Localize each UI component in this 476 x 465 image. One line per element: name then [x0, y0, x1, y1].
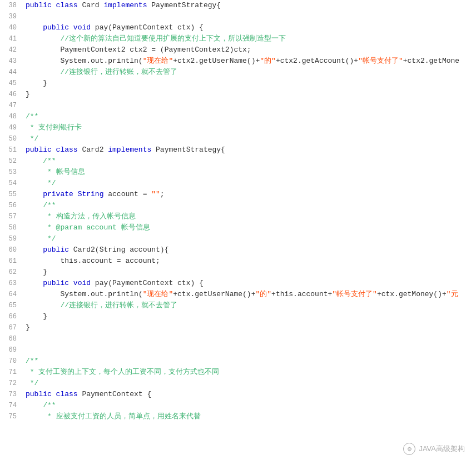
- line-number: 55: [0, 189, 23, 200]
- line-number: 47: [0, 100, 23, 111]
- line-number: 39: [0, 11, 23, 22]
- line-content: public Card2(String account){: [23, 244, 476, 256]
- line-content: /**: [23, 156, 476, 167]
- line-content: public void pay(PaymentContext ctx) {: [23, 22, 476, 33]
- token: "": [151, 190, 160, 198]
- line-content: public void pay(PaymentContext ctx) {: [23, 278, 476, 289]
- token: public: [26, 23, 73, 32]
- line-content: /**: [23, 111, 476, 122]
- line-number: 51: [0, 144, 23, 156]
- token: +ctx2.getUserName()+: [173, 57, 260, 65]
- line-row: 68: [0, 333, 476, 344]
- token: void: [73, 23, 95, 32]
- token: pay(PaymentContext ctx) {: [95, 23, 204, 32]
- line-content: private String account = "";: [23, 189, 476, 200]
- line-row: 50 */: [0, 133, 476, 144]
- token: "的": [260, 57, 276, 65]
- line-content: //连接银行，进行转帐，就不去管了: [23, 300, 476, 311]
- line-content: public class Card2 implements PaymentStr…: [23, 144, 476, 156]
- token: PaymentContext {: [82, 390, 151, 398]
- line-content: [23, 11, 476, 22]
- code-editor: 38public class Card implements PaymentSt…: [0, 0, 476, 465]
- line-row: 69: [0, 344, 476, 356]
- code-lines: 38public class Card implements PaymentSt…: [0, 0, 476, 422]
- line-number: 62: [0, 267, 23, 278]
- token: "现在给": [143, 290, 173, 298]
- line-content: * 帐号信息: [23, 167, 476, 178]
- line-content: * @param account 帐号信息: [23, 222, 476, 233]
- line-number: 63: [0, 278, 23, 289]
- line-number: 49: [0, 122, 23, 133]
- line-content: //连接银行，进行转账，就不去管了: [23, 67, 476, 78]
- token: /**: [26, 157, 56, 165]
- line-row: 44 //连接银行，进行转账，就不去管了: [0, 67, 476, 78]
- line-number: 48: [0, 111, 23, 122]
- line-content: /**: [23, 400, 476, 411]
- token: ;: [160, 190, 165, 198]
- token: System.out.println(: [26, 57, 143, 65]
- watermark-icon: ⚙: [403, 443, 415, 455]
- line-number: 65: [0, 300, 23, 311]
- token: Card: [82, 1, 103, 9]
- token: "元: [447, 290, 458, 298]
- token: +ctx2.getAccount()+: [276, 57, 358, 65]
- line-row: 60 public Card2(String account){: [0, 244, 476, 256]
- token: +this.account+: [271, 290, 332, 298]
- line-row: 55 private String account = "";: [0, 189, 476, 200]
- line-row: 58 * @param account 帐号信息: [0, 222, 476, 233]
- line-number: 45: [0, 78, 23, 89]
- token: PaymentStrategy{: [156, 146, 225, 154]
- line-number: 58: [0, 222, 23, 233]
- line-content: * 支付到银行卡: [23, 122, 476, 133]
- line-number: 46: [0, 89, 23, 100]
- token: Card2(String account){: [73, 246, 169, 254]
- line-content: */: [23, 233, 476, 244]
- token: System.out.println(: [26, 290, 143, 298]
- token: +ctx.getUserName()+: [173, 290, 255, 298]
- token: Card2: [82, 146, 108, 154]
- line-number: 68: [0, 333, 23, 344]
- token: PaymentStrategy{: [151, 1, 221, 9]
- line-row: 40 public void pay(PaymentContext ctx) {: [0, 22, 476, 33]
- line-row: 67}: [0, 322, 476, 333]
- token: implements: [103, 1, 151, 9]
- line-content: [23, 333, 476, 344]
- token: "的": [255, 290, 271, 298]
- token: }: [26, 323, 30, 332]
- line-content: /**: [23, 356, 476, 367]
- line-content: * 构造方法，传入帐号信息: [23, 211, 476, 222]
- line-row: 64 System.out.println("现在给"+ctx.getUserN…: [0, 289, 476, 300]
- line-row: 52 /**: [0, 156, 476, 167]
- token: * 支付工资的上下文，每个人的工资不同，支付方式也不同: [26, 368, 219, 376]
- line-content: */: [23, 378, 476, 389]
- line-number: 61: [0, 256, 23, 267]
- token: }: [26, 312, 47, 321]
- line-row: 73public class PaymentContext {: [0, 389, 476, 400]
- line-row: 65 //连接银行，进行转帐，就不去管了: [0, 300, 476, 311]
- watermark: ⚙ JAVA高级架构: [403, 443, 465, 455]
- line-number: 54: [0, 178, 23, 189]
- token: * 帐号信息: [26, 168, 85, 176]
- line-number: 52: [0, 156, 23, 167]
- line-content: System.out.println("现在给"+ctx2.getUserNam…: [23, 56, 476, 67]
- line-content: PaymentContext2 ctx2 = (PaymentContext2)…: [23, 44, 476, 56]
- line-number: 53: [0, 167, 23, 178]
- token: "现在给": [143, 57, 173, 65]
- line-number: 59: [0, 233, 23, 244]
- line-row: 39: [0, 11, 476, 22]
- token: +ctx.getMoney()+: [377, 290, 447, 298]
- token: String: [78, 190, 108, 198]
- line-row: 49 * 支付到银行卡: [0, 122, 476, 133]
- line-row: 75 * 应被支付工资的人员，简单点，用姓名来代替: [0, 411, 476, 422]
- line-number: 75: [0, 411, 23, 422]
- line-row: 71 * 支付工资的上下文，每个人的工资不同，支付方式也不同: [0, 367, 476, 378]
- line-number: 44: [0, 67, 23, 78]
- line-row: 66 }: [0, 311, 476, 322]
- line-row: 59 */: [0, 233, 476, 244]
- line-row: 38public class Card implements PaymentSt…: [0, 0, 476, 11]
- line-content: this.account = account;: [23, 256, 476, 267]
- token: }: [26, 268, 47, 276]
- line-content: //这个新的算法自己知道要使用扩展的支付上下文，所以强制造型一下: [23, 33, 476, 44]
- line-row: 61 this.account = account;: [0, 256, 476, 267]
- line-content: [23, 100, 476, 111]
